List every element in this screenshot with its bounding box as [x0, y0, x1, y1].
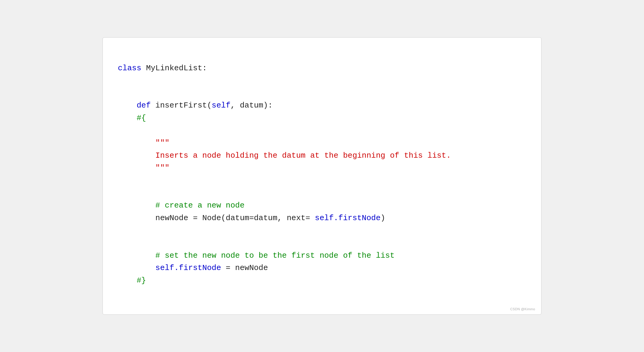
code-assign-newnode: = newNode	[221, 263, 268, 272]
comment-create-node: # create a new node	[155, 201, 244, 210]
keyword-class: class	[118, 64, 141, 73]
comment-close-brace: #}	[136, 276, 146, 285]
self-firstnode-ref: self.firstNode	[315, 214, 380, 223]
watermark-text: CSDN @Kimmo	[510, 307, 535, 311]
comment-set-node: # set the new node to be the first node …	[155, 251, 395, 260]
comment-open-brace: #{	[136, 114, 146, 123]
keyword-def: def	[136, 101, 151, 110]
docstring-open: """	[155, 138, 170, 147]
code-window: class MyLinkedList: def insertFirst(self…	[103, 37, 541, 315]
code-newnode: newNode = Node(datum=datum, next=	[155, 214, 315, 223]
self-firstnode-assign: self.firstNode	[155, 263, 221, 272]
self-keyword: self	[212, 101, 230, 110]
docstring-content: Inserts a node holding the datum at the …	[155, 151, 451, 160]
code-block: class MyLinkedList: def insertFirst(self…	[118, 50, 526, 299]
docstring-close: """	[155, 163, 170, 172]
